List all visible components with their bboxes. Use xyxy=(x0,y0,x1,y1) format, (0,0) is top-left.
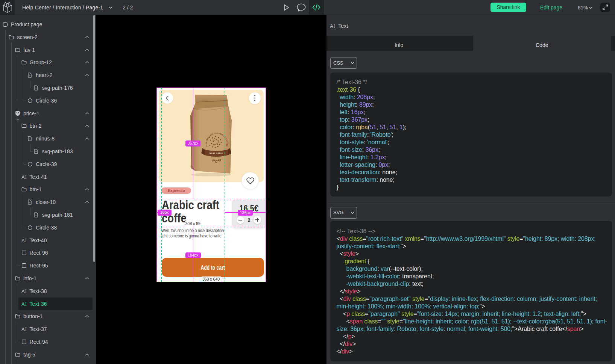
svg-text:A: A xyxy=(21,326,25,332)
svg-text:A: A xyxy=(21,288,25,294)
svg-text:A: A xyxy=(330,23,333,29)
svg-text:A: A xyxy=(21,174,25,180)
svg-text:A: A xyxy=(21,238,25,243)
svg-text:A: A xyxy=(21,301,25,307)
